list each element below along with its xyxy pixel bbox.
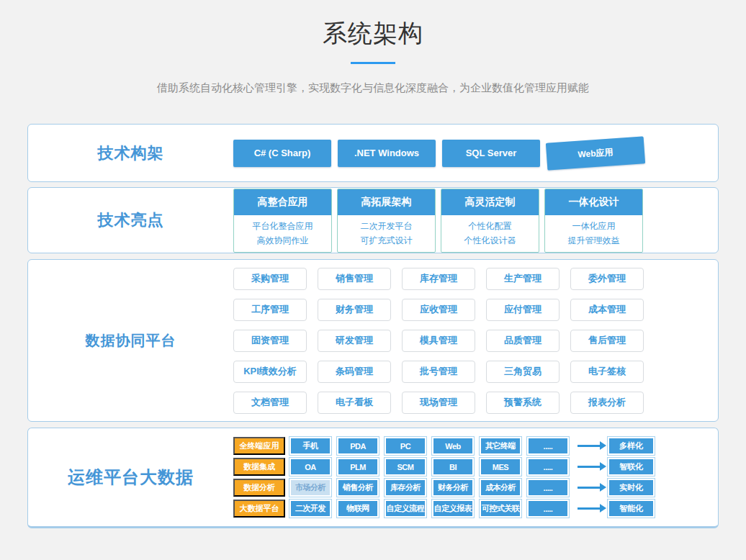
section-label-tech-framework: 技术构架	[28, 125, 233, 181]
arrow-right-icon	[578, 487, 601, 489]
module-button[interactable]: 工序管理	[233, 299, 307, 321]
title-underline	[351, 62, 395, 64]
page-header: 系统架构 借助系统自动化核心管理引擎，实现数字化与信息化深度融合，为企业数值化管…	[0, 0, 746, 95]
ops-item-button[interactable]: 自定义流程	[385, 500, 426, 518]
section-label-data-platform: 数据协同平台	[28, 260, 233, 421]
ops-item-button[interactable]: 财务分析	[432, 479, 474, 497]
highlight-card-line: 提升管理效益	[545, 233, 642, 248]
ops-result-button[interactable]: 实时化	[608, 479, 655, 497]
ops-item-button[interactable]: Web	[432, 437, 474, 455]
ops-category-button[interactable]: 大数据平台	[233, 500, 285, 518]
highlight-card-flexibility: 高灵活定制 个性化配置 个性化设计器	[441, 189, 539, 253]
section-label-tech-highlights: 技术亮点	[28, 188, 233, 253]
ops-item-button[interactable]: BI	[432, 458, 474, 476]
module-button[interactable]: 电子看板	[318, 392, 391, 414]
ops-rows: 全终端应用 手机 PDA PC Web 其它终端 ..... 多样化 数据集成 …	[233, 437, 655, 518]
section-label-ops-platform: 运维平台大数据	[28, 428, 233, 526]
ops-item-button[interactable]: 销售分析	[337, 479, 379, 497]
module-button[interactable]: 采购管理	[233, 268, 307, 290]
module-button[interactable]: 库存管理	[402, 268, 475, 290]
arrow-right-icon	[578, 507, 601, 510]
page-title: 系统架构	[0, 17, 746, 50]
ops-result-button[interactable]: 多样化	[608, 437, 655, 455]
section-tech-framework: 技术构架 C# (C Sharp) .NET Windows SQL Serve…	[27, 124, 719, 182]
ops-row-terminals: 全终端应用 手机 PDA PC Web 其它终端 ..... 多样化	[233, 437, 655, 455]
module-button[interactable]: 成本管理	[570, 299, 644, 321]
ops-result-button[interactable]: 智联化	[608, 458, 655, 476]
tech-button-sql-server[interactable]: SQL Server	[442, 140, 540, 167]
highlight-card-extensibility: 高拓展架构 二次开发平台 可扩充式设计	[337, 189, 436, 253]
module-button[interactable]: 固资管理	[233, 330, 307, 352]
module-button[interactable]: 电子签核	[570, 361, 644, 383]
system-architecture-page: 系统架构 借助系统自动化核心管理引擎，实现数字化与信息化深度融合，为企业数值化管…	[0, 0, 746, 560]
ops-item-button[interactable]: .....	[527, 458, 569, 476]
tech-highlight-cards: 高整合应用 平台化整合应用 高效协同作业 高拓展架构 二次开发平台 可扩充式设计…	[233, 188, 718, 253]
highlight-card-line: 平台化整合应用	[234, 219, 331, 233]
module-button[interactable]: KPI绩效分析	[233, 361, 307, 383]
module-button[interactable]: 三角贸易	[486, 361, 560, 383]
highlight-card-title: 高整合应用	[234, 189, 331, 215]
highlight-card-title: 高灵活定制	[441, 189, 539, 215]
highlight-card-title: 一体化设计	[545, 189, 642, 215]
ops-item-button[interactable]: 其它终端	[480, 437, 521, 455]
ops-item-button[interactable]: 库存分析	[385, 479, 426, 497]
ops-result-button[interactable]: 智能化	[608, 500, 655, 518]
tech-button-dotnet-windows[interactable]: .NET Windows	[338, 140, 436, 167]
ops-item-button[interactable]: SCM	[385, 458, 426, 476]
ops-category-button[interactable]: 数据集成	[233, 458, 285, 476]
highlight-card-line: 高效协同作业	[234, 233, 331, 248]
highlight-card-title: 高拓展架构	[338, 189, 435, 215]
module-button[interactable]: 文档管理	[233, 392, 307, 414]
module-button[interactable]: 研发管理	[318, 330, 391, 352]
ops-item-button[interactable]: .....	[527, 479, 569, 497]
highlight-card-line: 可扩充式设计	[338, 233, 435, 248]
ops-item-button[interactable]: 市场分析	[289, 479, 331, 497]
module-button[interactable]: 销售管理	[318, 268, 391, 290]
arrow-right-icon	[578, 445, 601, 447]
ops-category-button[interactable]: 数据分析	[233, 479, 285, 497]
tech-button-web-app[interactable]: Web应用	[546, 136, 645, 170]
module-button[interactable]: 品质管理	[486, 330, 560, 352]
ops-item-button[interactable]: 手机	[289, 437, 331, 455]
highlight-card-integration: 高整合应用 平台化整合应用 高效协同作业	[233, 189, 332, 253]
ops-item-button[interactable]: 可控式关联	[480, 500, 521, 518]
highlight-card-line: 一体化应用	[545, 219, 642, 233]
ops-item-button[interactable]: PC	[385, 437, 426, 455]
ops-row-integration: 数据集成 OA PLM SCM BI MES ..... 智联化	[233, 458, 655, 476]
module-button[interactable]: 现场管理	[402, 392, 475, 414]
module-button[interactable]: 委外管理	[570, 268, 644, 290]
ops-item-button[interactable]: 二次开发	[289, 500, 331, 518]
highlight-card-line: 个性化配置	[441, 219, 539, 233]
ops-item-button[interactable]: OA	[289, 458, 331, 476]
ops-item-button[interactable]: PLM	[337, 458, 379, 476]
section-tech-highlights: 技术亮点 高整合应用 平台化整合应用 高效协同作业 高拓展架构 二次开发平台 可…	[27, 187, 719, 253]
ops-item-button[interactable]: 自定义报表	[432, 500, 474, 518]
arrow-right-icon	[578, 466, 601, 468]
highlight-card-all-in-one: 一体化设计 一体化应用 提升管理效益	[544, 189, 643, 253]
section-ops-platform: 运维平台大数据 全终端应用 手机 PDA PC Web 其它终端 ..... 多…	[27, 428, 719, 528]
ops-item-button[interactable]: PDA	[337, 437, 379, 455]
page-subtitle: 借助系统自动化核心管理引擎，实现数字化与信息化深度融合，为企业数值化管理应用赋能	[0, 81, 746, 95]
ops-item-button[interactable]: .....	[527, 437, 569, 455]
module-button[interactable]: 生产管理	[486, 268, 560, 290]
module-grid: 采购管理 销售管理 库存管理 生产管理 委外管理 工序管理 财务管理 应收管理 …	[233, 268, 644, 414]
tech-button-csharp[interactable]: C# (C Sharp)	[233, 140, 331, 167]
ops-row-analysis: 数据分析 市场分析 销售分析 库存分析 财务分析 成本分析 ..... 实时化	[233, 479, 655, 497]
ops-item-button[interactable]: .....	[527, 500, 569, 518]
module-button[interactable]: 财务管理	[318, 299, 391, 321]
ops-category-button[interactable]: 全终端应用	[233, 437, 285, 455]
module-button[interactable]: 应收管理	[402, 299, 475, 321]
ops-row-bigdata: 大数据平台 二次开发 物联网 自定义流程 自定义报表 可控式关联 ..... 智…	[233, 500, 655, 518]
highlight-card-line: 个性化设计器	[441, 233, 539, 248]
ops-item-button[interactable]: 物联网	[337, 500, 379, 518]
module-button[interactable]: 应付管理	[486, 299, 560, 321]
module-button[interactable]: 预警系统	[486, 392, 560, 414]
module-button[interactable]: 报表分析	[570, 392, 644, 414]
module-button[interactable]: 模具管理	[402, 330, 475, 352]
module-button[interactable]: 批号管理	[402, 361, 475, 383]
highlight-card-line: 二次开发平台	[338, 219, 435, 233]
ops-item-button[interactable]: MES	[480, 458, 521, 476]
ops-item-button[interactable]: 成本分析	[480, 479, 521, 497]
module-button[interactable]: 售后管理	[570, 330, 644, 352]
module-button[interactable]: 条码管理	[318, 361, 391, 383]
